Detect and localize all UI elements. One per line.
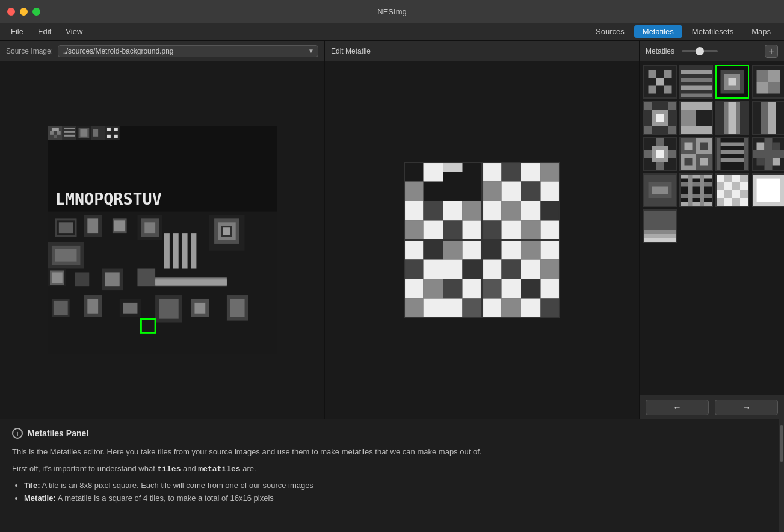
svg-rect-186 — [685, 143, 693, 150]
svg-rect-59 — [87, 299, 98, 314]
next-page-button[interactable]: → — [715, 400, 778, 415]
svg-rect-155 — [768, 82, 780, 94]
tile-item[interactable] — [679, 137, 713, 171]
svg-rect-12 — [80, 129, 87, 137]
edit-title: Edit Metatile — [331, 47, 371, 55]
source-dropdown[interactable]: ../sources/Metroid-background.png ▼ — [58, 45, 318, 57]
svg-rect-98 — [541, 221, 561, 241]
svg-rect-29 — [114, 220, 125, 231]
svg-rect-86 — [541, 162, 561, 182]
svg-rect-42 — [105, 272, 120, 286]
svg-rect-109 — [424, 279, 443, 299]
menubar: File Edit View Sources Metatiles Metatil… — [0, 23, 784, 41]
svg-rect-73 — [443, 162, 463, 172]
tab-metatiles[interactable]: Metatiles — [634, 25, 682, 38]
bullet-text-1: A tile is an 8x8 pixel square. Each tile… — [42, 481, 313, 490]
source-image[interactable]: LMNOPQRSTUV — [48, 126, 277, 354]
right-panel: Metatiles + — [640, 41, 784, 419]
tile-item[interactable] — [752, 137, 784, 171]
tab-sources[interactable]: Sources — [587, 25, 633, 38]
svg-rect-232 — [757, 179, 780, 202]
svg-rect-188 — [685, 158, 693, 166]
tile-item[interactable] — [679, 173, 713, 207]
svg-rect-161 — [644, 126, 652, 134]
svg-rect-138 — [664, 70, 672, 78]
tab-metatilesets[interactable]: Metatilesets — [684, 25, 742, 38]
tiles-grid — [640, 61, 784, 395]
menu-file[interactable]: File — [5, 26, 29, 37]
edit-bar: Edit Metatile — [325, 41, 639, 61]
svg-rect-104 — [404, 260, 424, 280]
svg-rect-129 — [482, 299, 502, 319]
svg-rect-229 — [732, 198, 740, 206]
menu-view[interactable]: View — [60, 26, 88, 37]
svg-rect-71 — [424, 162, 443, 182]
svg-rect-16 — [106, 128, 110, 131]
tile-item[interactable] — [752, 65, 784, 99]
scrollbar[interactable] — [779, 419, 784, 532]
tile-item[interactable] — [715, 65, 749, 99]
svg-rect-179 — [656, 138, 664, 146]
svg-rect-57 — [53, 301, 67, 315]
svg-rect-176 — [656, 150, 664, 158]
svg-rect-208 — [681, 182, 712, 187]
svg-rect-215 — [717, 175, 724, 182]
tab-maps[interactable]: Maps — [743, 25, 779, 38]
svg-rect-78 — [404, 221, 424, 241]
svg-rect-228 — [724, 198, 732, 206]
tile-item[interactable] — [643, 173, 677, 207]
prev-page-button[interactable]: ← — [646, 400, 709, 415]
svg-rect-213 — [700, 175, 705, 206]
nav-tabs: Sources Metatiles Metatilesets Maps — [587, 25, 779, 38]
zoom-slider[interactable] — [682, 50, 718, 52]
minimize-button[interactable] — [20, 8, 28, 16]
svg-rect-4 — [57, 131, 60, 135]
svg-rect-94 — [541, 201, 561, 221]
svg-rect-97 — [521, 221, 541, 241]
svg-rect-137 — [649, 70, 656, 78]
tile-item[interactable] — [643, 101, 677, 135]
add-metatile-button[interactable]: + — [765, 45, 778, 58]
svg-rect-80 — [443, 221, 463, 241]
svg-rect-75 — [424, 201, 443, 221]
tile-item[interactable] — [752, 173, 784, 207]
tile-item[interactable] — [679, 65, 713, 99]
tile-item[interactable] — [643, 209, 677, 243]
svg-rect-120 — [541, 240, 561, 260]
svg-rect-227 — [717, 198, 724, 206]
svg-rect-180 — [656, 162, 664, 170]
info-paragraph-1: This is the Metatiles editor. Here you t… — [12, 446, 767, 458]
tile-item[interactable] — [715, 173, 749, 207]
svg-rect-160 — [668, 102, 676, 110]
tile-item[interactable] — [643, 65, 677, 99]
svg-text:LMNOPQRSTUV: LMNOPQRSTUV — [55, 190, 161, 208]
svg-rect-193 — [721, 158, 744, 162]
prev-icon: ← — [673, 403, 682, 412]
maximize-button[interactable] — [32, 8, 40, 16]
svg-rect-167 — [681, 126, 712, 134]
svg-rect-74 — [404, 201, 424, 221]
source-canvas-area[interactable]: LMNOPQRSTUV — [0, 61, 324, 419]
tile-item[interactable] — [715, 137, 749, 171]
svg-rect-222 — [740, 182, 748, 190]
menu-edit[interactable]: Edit — [32, 26, 57, 37]
svg-rect-226 — [740, 190, 748, 198]
svg-rect-159 — [644, 102, 652, 110]
svg-rect-145 — [681, 86, 712, 90]
slider-thumb[interactable] — [696, 47, 704, 55]
edit-canvas-area[interactable] — [325, 61, 639, 419]
tile-item[interactable] — [643, 137, 677, 171]
tile-item[interactable] — [752, 101, 784, 135]
svg-rect-216 — [724, 175, 732, 182]
svg-rect-85 — [521, 162, 541, 182]
source-path: ../sources/Metroid-background.png — [62, 47, 173, 55]
tile-item[interactable] — [679, 101, 713, 135]
svg-rect-61 — [123, 303, 137, 314]
svg-rect-63 — [159, 299, 179, 319]
svg-rect-130 — [502, 299, 522, 319]
tile-item[interactable] — [715, 101, 749, 135]
info-icon: i — [12, 428, 23, 439]
scrollbar-thumb[interactable] — [780, 425, 783, 462]
close-button[interactable] — [7, 8, 15, 16]
svg-rect-88 — [502, 182, 522, 202]
